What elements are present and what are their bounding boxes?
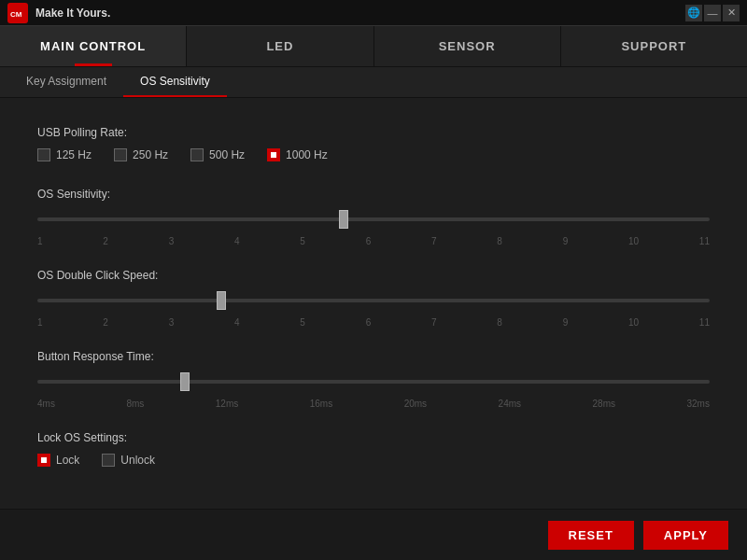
label-125hz: 125 Hz bbox=[56, 148, 92, 161]
os-double-click-thumb[interactable] bbox=[217, 291, 226, 310]
svg-text:CM: CM bbox=[10, 10, 22, 19]
button-response-ticks: 4ms 8ms 12ms 16ms 20ms 24ms 28ms 32ms bbox=[37, 399, 710, 409]
window-controls: 🌐 — ✕ bbox=[685, 5, 740, 21]
os-sensitivity-track bbox=[37, 217, 710, 221]
radio-125hz[interactable] bbox=[37, 148, 50, 161]
radio-1000hz[interactable] bbox=[267, 148, 280, 161]
os-double-click-label: OS Double Click Speed: bbox=[37, 269, 710, 282]
radio-500hz[interactable] bbox=[190, 148, 204, 161]
os-sensitivity-label: OS Sensitivity: bbox=[37, 188, 710, 201]
label-unlock: Unlock bbox=[120, 454, 155, 467]
os-double-click-slider[interactable] bbox=[37, 291, 710, 310]
radio-unlock[interactable] bbox=[102, 454, 115, 467]
os-sensitivity-thumb[interactable] bbox=[339, 210, 348, 229]
sub-tab-key-assignment[interactable]: Key Assignment bbox=[9, 67, 123, 97]
tab-support[interactable]: SUPPORT bbox=[561, 26, 747, 66]
os-double-click-track bbox=[37, 299, 710, 302]
option-1000hz[interactable]: 1000 Hz bbox=[267, 148, 328, 161]
option-250hz[interactable]: 250 Hz bbox=[114, 148, 168, 161]
minimize-button[interactable]: — bbox=[704, 5, 721, 21]
label-500hz: 500 Hz bbox=[209, 148, 245, 161]
button-response-label: Button Response Time: bbox=[37, 350, 710, 363]
radio-lock[interactable] bbox=[37, 454, 50, 467]
globe-button[interactable]: 🌐 bbox=[685, 5, 702, 21]
app-logo: CM bbox=[7, 3, 28, 23]
label-1000hz: 1000 Hz bbox=[286, 148, 328, 161]
tab-main-control[interactable]: MAIN CONTROL bbox=[0, 26, 187, 66]
bottom-bar: RESET APPLY bbox=[0, 509, 747, 560]
apply-button[interactable]: APPLY bbox=[643, 521, 728, 550]
os-sensitivity-ticks: 1 2 3 4 5 6 7 8 9 10 11 bbox=[37, 236, 710, 246]
sub-tabs: Key Assignment OS Sensitivity bbox=[0, 67, 747, 98]
usb-polling-section: USB Polling Rate: 125 Hz 250 Hz 500 Hz 1… bbox=[37, 126, 710, 161]
button-response-slider[interactable] bbox=[37, 372, 710, 391]
option-125hz[interactable]: 125 Hz bbox=[37, 148, 92, 161]
os-sensitivity-slider[interactable] bbox=[37, 210, 710, 229]
lock-os-section: Lock OS Settings: Lock Unlock bbox=[37, 431, 710, 467]
usb-polling-label: USB Polling Rate: bbox=[37, 126, 710, 139]
radio-250hz[interactable] bbox=[114, 148, 127, 161]
button-response-thumb[interactable] bbox=[180, 372, 190, 391]
label-lock: Lock bbox=[56, 454, 79, 467]
tab-sensor[interactable]: SENSOR bbox=[374, 26, 561, 66]
tab-led[interactable]: LED bbox=[187, 26, 374, 66]
option-unlock[interactable]: Unlock bbox=[102, 454, 155, 467]
content-area: USB Polling Rate: 125 Hz 250 Hz 500 Hz 1… bbox=[0, 98, 747, 521]
button-response-track bbox=[37, 380, 710, 384]
os-double-click-ticks: 1 2 3 4 5 6 7 8 9 10 11 bbox=[37, 317, 710, 328]
lock-os-label: Lock OS Settings: bbox=[37, 431, 710, 444]
usb-polling-options: 125 Hz 250 Hz 500 Hz 1000 Hz bbox=[37, 148, 710, 161]
label-250hz: 250 Hz bbox=[133, 148, 168, 161]
title-bar: CM Make It Yours. 🌐 — ✕ bbox=[0, 0, 747, 26]
app-title: Make It Yours. bbox=[35, 7, 685, 20]
close-button[interactable]: ✕ bbox=[723, 5, 740, 21]
os-double-click-section: OS Double Click Speed: 1 2 3 4 5 6 7 8 9… bbox=[37, 269, 710, 324]
sub-tab-os-sensitivity[interactable]: OS Sensitivity bbox=[123, 67, 227, 97]
button-response-section: Button Response Time: 4ms 8ms 12ms 16ms … bbox=[37, 350, 710, 405]
lock-os-options: Lock Unlock bbox=[37, 454, 710, 467]
option-500hz[interactable]: 500 Hz bbox=[190, 148, 245, 161]
nav-tabs: MAIN CONTROL LED SENSOR SUPPORT bbox=[0, 26, 747, 67]
option-lock[interactable]: Lock bbox=[37, 454, 79, 467]
os-sensitivity-section: OS Sensitivity: 1 2 3 4 5 6 7 8 9 10 11 bbox=[37, 188, 710, 243]
reset-button[interactable]: RESET bbox=[548, 521, 634, 550]
